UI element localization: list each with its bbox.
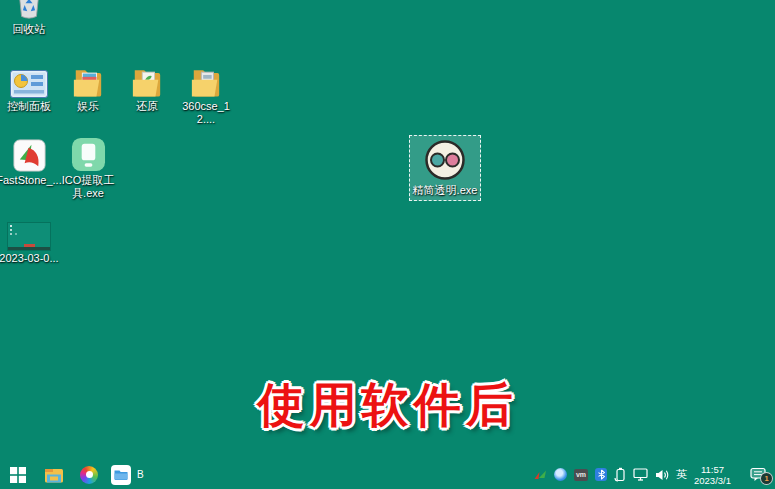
blue-app-tray-icon[interactable]: [554, 468, 567, 481]
input-language-indicator[interactable]: 英: [676, 467, 687, 482]
desktop-icon-folder-360cse[interactable]: 360cse_12....: [172, 64, 240, 126]
clock-time: 11:57: [694, 464, 731, 475]
network-display-icon[interactable]: [633, 468, 648, 481]
browser-pinwheel-icon: [80, 466, 98, 484]
recycle-bin-icon: [15, 0, 43, 21]
clock-date: 2023/3/1: [694, 475, 731, 486]
image-thumbnail: [8, 218, 50, 250]
notification-count-badge: 1: [760, 472, 773, 485]
app-b-label: B: [137, 469, 144, 480]
folder-icon: [72, 64, 104, 98]
desktop-icon-folder-restore[interactable]: 还原: [113, 64, 181, 113]
desktop-icon-selected-app[interactable]: 精简透明.exe: [409, 135, 481, 201]
icon-label: 2023-03-0...: [0, 252, 59, 265]
desktop-icon-ico-tool[interactable]: ICO提取工具.exe: [54, 138, 122, 200]
thumbnail-content: [10, 225, 12, 227]
system-tray: vm: [534, 460, 767, 489]
taskbar-clock[interactable]: 11:57 2023/3/1: [694, 464, 731, 486]
faststone-tray-icon[interactable]: [534, 469, 547, 480]
thumbnail-red-mark: [24, 244, 35, 247]
icon-label: 控制面板: [7, 100, 51, 113]
action-center-button[interactable]: 1: [750, 467, 767, 482]
icon-label: FastStone_...: [0, 174, 62, 187]
app-b-icon: [111, 465, 131, 485]
usb-device-icon[interactable]: [614, 467, 626, 482]
faststone-icon: [13, 138, 46, 172]
icon-label: 娱乐: [77, 100, 99, 113]
vmware-tray-icon[interactable]: vm: [574, 469, 588, 481]
app-b-button[interactable]: B: [111, 460, 144, 489]
icon-label: 回收站: [13, 23, 46, 36]
folder-icon: [190, 64, 222, 98]
annotation-caption: 使用软件后: [0, 374, 775, 437]
control-panel-icon: [10, 64, 48, 98]
desktop-icon-folder-entertainment[interactable]: 娱乐: [54, 64, 122, 113]
desktop: 回收站 控制面板 娱乐: [0, 0, 775, 489]
icon-label: 还原: [136, 100, 158, 113]
taskbar: B vm: [0, 460, 775, 489]
folder-icon: [131, 64, 163, 98]
icon-label: ICO提取工具.exe: [55, 174, 121, 200]
start-button[interactable]: [0, 460, 36, 489]
goggles-icon: [423, 138, 467, 182]
icon-label: 360cse_12....: [173, 100, 239, 126]
desktop-icon-screenshot-file[interactable]: 2023-03-0...: [0, 218, 63, 265]
ico-tool-icon: [71, 138, 106, 172]
file-explorer-button[interactable]: [36, 460, 71, 489]
vm-label: vm: [576, 471, 586, 478]
taskbar-left-group: B: [0, 460, 144, 489]
browser-button[interactable]: [71, 460, 107, 489]
bluetooth-icon[interactable]: [595, 468, 607, 481]
windows-logo-icon: [10, 467, 26, 483]
file-explorer-icon: [44, 466, 64, 484]
desktop-icon-recycle-bin[interactable]: 回收站: [0, 0, 63, 36]
volume-icon[interactable]: [655, 469, 669, 481]
icon-label: 精简透明.exe: [413, 184, 478, 197]
thumbnail-taskbar: [8, 247, 50, 250]
